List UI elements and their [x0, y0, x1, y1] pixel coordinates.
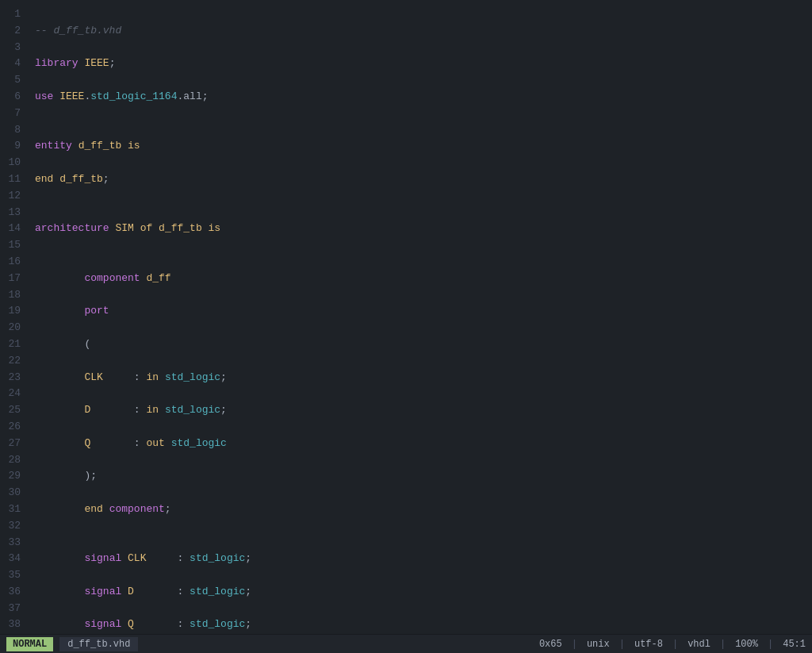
line-num: 16	[6, 254, 21, 271]
editor[interactable]: 1 2 3 4 5 6 7 8 9 10 11 12 13 14 15 16 1…	[0, 0, 812, 634]
line-num: 38	[6, 617, 21, 633]
code-line-14: D : in std_logic;	[35, 402, 812, 419]
code-content[interactable]: -- d_ff_tb.vhd library IEEE; use IEEE.st…	[29, 0, 812, 634]
line-num: 24	[6, 386, 21, 402]
code-line-6: end d_ff_tb;	[35, 171, 812, 188]
code-line-1: -- d_ff_tb.vhd	[35, 23, 812, 40]
mode-badge: NORMAL	[6, 637, 53, 651]
line-num: 25	[6, 402, 21, 419]
line-num: 39	[6, 633, 21, 634]
line-num: 13	[6, 205, 21, 221]
line-num: 34	[6, 551, 21, 567]
line-num: 12	[6, 188, 21, 205]
filename-badge: d_ff_tb.vhd	[59, 637, 138, 651]
line-num: 17	[6, 271, 21, 287]
code-line-19: signal CLK : std_logic;	[35, 551, 812, 567]
code-line-2: library IEEE;	[35, 56, 812, 72]
language: vhdl	[688, 639, 710, 650]
line-num: 36	[6, 584, 21, 601]
line-num: 35	[6, 567, 21, 584]
line-num: 14	[6, 221, 21, 237]
code-line-15: Q : out std_logic	[35, 436, 812, 452]
line-num: 8	[6, 122, 21, 139]
code-line-3: use IEEE.std_logic_1164.all;	[35, 89, 812, 106]
code-line-11: port	[35, 303, 812, 320]
code-line-5: entity d_ff_tb is	[35, 138, 812, 155]
status-bar: NORMAL d_ff_tb.vhd 0x65 | unix | utf-8 |…	[0, 634, 812, 653]
line-num: 5	[6, 72, 21, 89]
code-line-21: signal Q : std_logic;	[35, 617, 812, 633]
line-num: 23	[6, 370, 21, 386]
encoding: utf-8	[634, 639, 663, 650]
line-num: 4	[6, 56, 21, 72]
line-num: 20	[6, 320, 21, 336]
line-num: 26	[6, 419, 21, 436]
line-num: 1	[6, 6, 21, 23]
line-ending: unix	[587, 639, 610, 650]
line-num: 37	[6, 601, 21, 617]
line-num: 33	[6, 535, 21, 551]
line-num: 22	[6, 353, 21, 370]
code-line-12: (	[35, 336, 812, 353]
line-num: 2	[6, 23, 21, 40]
code-area: 1 2 3 4 5 6 7 8 9 10 11 12 13 14 15 16 1…	[0, 0, 812, 634]
code-line-8: architecture SIM of d_ff_tb is	[35, 221, 812, 237]
line-num: 29	[6, 468, 21, 485]
line-num: 27	[6, 436, 21, 452]
line-num: 3	[6, 40, 21, 56]
position-hex: 0x65	[539, 639, 562, 650]
line-num: 10	[6, 155, 21, 171]
line-num: 9	[6, 138, 21, 155]
line-numbers: 1 2 3 4 5 6 7 8 9 10 11 12 13 14 15 16 1…	[0, 0, 29, 634]
line-num: 21	[6, 336, 21, 353]
line-num: 15	[6, 237, 21, 254]
code-line-16: );	[35, 468, 812, 485]
zoom-level: 100%	[735, 639, 758, 650]
line-num: 31	[6, 501, 21, 518]
line-num: 7	[6, 106, 21, 122]
line-num: 6	[6, 89, 21, 106]
line-num: 28	[6, 452, 21, 469]
line-num: 18	[6, 287, 21, 304]
cursor-position: 45:1	[783, 639, 806, 650]
code-line-20: signal D : std_logic;	[35, 584, 812, 601]
code-line-10: component d_ff	[35, 271, 812, 287]
right-status: 0x65 | unix | utf-8 | vhdl | 100% | 45:1	[539, 639, 806, 650]
line-num: 32	[6, 518, 21, 535]
line-num: 11	[6, 171, 21, 188]
line-num: 30	[6, 485, 21, 501]
line-num: 19	[6, 303, 21, 320]
code-line-13: CLK : in std_logic;	[35, 370, 812, 386]
code-line-17: end component;	[35, 501, 812, 518]
